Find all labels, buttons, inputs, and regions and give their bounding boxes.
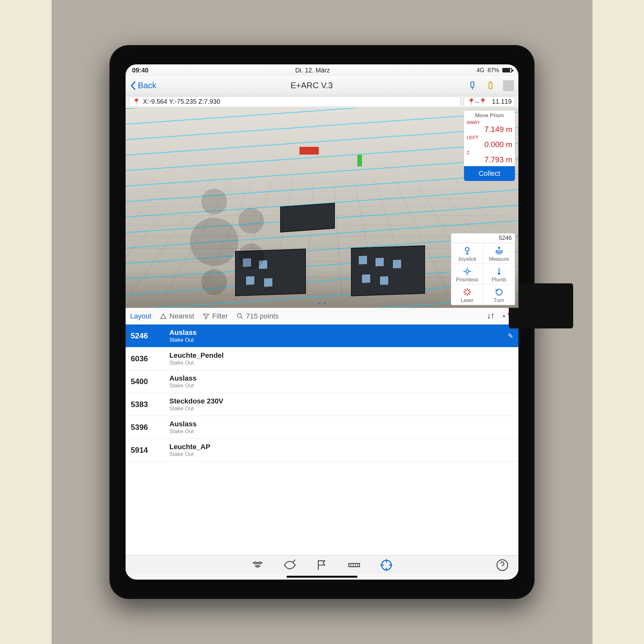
bottom-toolbar — [126, 555, 518, 574]
profile-icon[interactable] — [503, 80, 514, 91]
status-time: 09:40 — [132, 67, 148, 74]
back-label: Back — [138, 81, 156, 90]
app-screen: 09:40 Di. 12. März 4G 87% Back E+ARC V.3 — [126, 64, 518, 580]
status-network: 4G — [477, 67, 484, 74]
turn-icon — [484, 287, 514, 298]
point-sub: Stake Out — [169, 428, 196, 435]
point-row[interactable]: 5396AuslassStake Out — [126, 416, 518, 439]
laser-icon — [452, 287, 482, 298]
prism-panel-title: Move Prism — [467, 112, 512, 119]
tool-tape-icon[interactable] — [348, 559, 361, 572]
point-name: Auslass — [169, 420, 196, 428]
tablet-strap — [509, 283, 573, 328]
point-row[interactable]: 5914Leuchte_APStake Out — [126, 439, 518, 462]
joystick-down[interactable] — [201, 269, 227, 295]
joystick-home[interactable] — [238, 243, 264, 269]
tab-layout[interactable]: Layout — [130, 312, 151, 320]
status-date: Di. 12. März — [148, 67, 477, 74]
svg-rect-4 — [496, 251, 502, 252]
instrument-icon[interactable] — [467, 80, 478, 91]
tool-turn[interactable]: Turn — [483, 284, 515, 305]
point-sub: Stake Out — [169, 451, 210, 458]
tool-grid: 5246 Joystick Measure Prismless Plumb La… — [451, 233, 515, 305]
tool-cubes-icon[interactable] — [251, 559, 264, 572]
tool-target-icon[interactable] — [380, 559, 393, 572]
triangle-icon — [160, 313, 167, 320]
joystick-up[interactable] — [201, 189, 227, 214]
tool-joystick[interactable]: Joystick — [451, 243, 483, 264]
ios-status-bar: 09:40 Di. 12. März 4G 87% — [126, 64, 518, 76]
green-marker — [357, 155, 362, 166]
svg-point-3 — [465, 248, 469, 251]
tool-measure[interactable]: Measure — [483, 243, 515, 264]
point-sub: Stake Out — [169, 383, 196, 389]
filter-bar: Layout Nearest Filter 715 points •📍 — [126, 308, 518, 325]
prism-away-label: AWAY — [467, 119, 512, 125]
home-indicator[interactable] — [287, 576, 357, 578]
filter-icon — [203, 313, 210, 320]
edit-icon[interactable]: ✎ — [508, 332, 513, 340]
point-row[interactable]: 5383Steckdose 230VStake Out — [126, 393, 518, 416]
joystick-center[interactable] — [190, 218, 238, 266]
tool-grid-header: 5246 — [451, 233, 515, 243]
prism-z-value: 7.793 m — [467, 155, 512, 164]
search-points[interactable]: 715 points — [236, 312, 279, 320]
point-id: 5400 — [131, 377, 169, 386]
collect-button[interactable]: Collect — [464, 166, 515, 181]
coordinate-readout[interactable]: 📍 X:-9.564 Y:-75.235 Z:7.930 — [129, 97, 460, 107]
prism-away-value: 7.149 m — [467, 125, 512, 134]
tool-prismless[interactable]: Prismless — [451, 264, 483, 284]
tool-plumb[interactable]: Plumb — [483, 264, 515, 284]
pin-icon: 📍 — [132, 98, 140, 106]
nearest-button[interactable]: Nearest — [160, 312, 194, 320]
model-viewport[interactable]: Move Prism AWAY 7.149 m LEFT 0.000 m Z 7… — [126, 108, 518, 308]
distance-readout[interactable]: 📍–📍 11.119 — [464, 97, 515, 107]
joystick-icon — [452, 245, 482, 256]
point-id: 5246 — [131, 331, 169, 340]
distance-value: 11.119 — [492, 98, 512, 105]
chevron-left-icon — [130, 81, 137, 90]
prismless-icon — [452, 266, 482, 277]
prism-z-label: Z — [467, 150, 512, 155]
svg-rect-7 — [349, 563, 359, 567]
building-block — [351, 245, 425, 296]
red-marker — [299, 147, 319, 155]
battery-icon — [502, 68, 512, 72]
svg-rect-2 — [490, 81, 491, 82]
sort-icon[interactable] — [487, 313, 494, 320]
tool-view-icon[interactable] — [283, 559, 296, 572]
svg-point-6 — [237, 313, 241, 317]
svg-point-5 — [466, 270, 469, 273]
app-nav-header: Back E+ARC V.3 — [126, 76, 518, 95]
point-row[interactable]: 5246AuslassStake Out✎ — [126, 325, 518, 347]
point-row[interactable]: 5400AuslassStake Out — [126, 370, 518, 393]
point-row[interactable]: 6036Leuchte_PendelStake Out — [126, 347, 518, 370]
status-battery: 87% — [488, 67, 499, 74]
tool-laser[interactable]: Laser — [451, 284, 483, 305]
points-list[interactable]: 5246AuslassStake Out✎6036Leuchte_PendelS… — [126, 325, 518, 555]
coordinate-bar: 📍 X:-9.564 Y:-75.235 Z:7.930 📍–📍 11.119 — [126, 95, 518, 108]
search-icon — [236, 313, 243, 320]
filter-button[interactable]: Filter — [203, 312, 228, 320]
joystick-right[interactable] — [238, 208, 264, 234]
tool-flag-icon[interactable] — [316, 559, 328, 572]
point-id: 5396 — [131, 423, 169, 432]
point-id: 5383 — [131, 400, 169, 409]
back-button[interactable]: Back — [130, 81, 156, 90]
tablet-frame: 09:40 Di. 12. März 4G 87% Back E+ARC V.3 — [109, 45, 535, 599]
battery-warning-icon[interactable] — [485, 80, 496, 91]
distance-icon: 📍–📍 — [467, 98, 487, 106]
help-icon[interactable] — [496, 559, 509, 572]
move-prism-panel: Move Prism AWAY 7.149 m LEFT 0.000 m Z 7… — [464, 110, 515, 181]
point-name: Steckdose 230V — [169, 397, 223, 405]
point-id: 5914 — [131, 446, 169, 455]
prism-left-label: LEFT — [467, 135, 512, 140]
expand-map-icon[interactable]: ⌄⌄ — [317, 298, 327, 306]
svg-rect-1 — [489, 82, 492, 89]
point-sub: Stake Out — [169, 337, 196, 343]
coordinate-text: X:-9.564 Y:-75.235 Z:7.930 — [143, 98, 220, 105]
prism-left-value: 0.000 m — [467, 140, 512, 149]
plumb-icon — [484, 266, 514, 277]
point-sub: Stake Out — [169, 405, 223, 412]
building-block — [280, 203, 335, 232]
